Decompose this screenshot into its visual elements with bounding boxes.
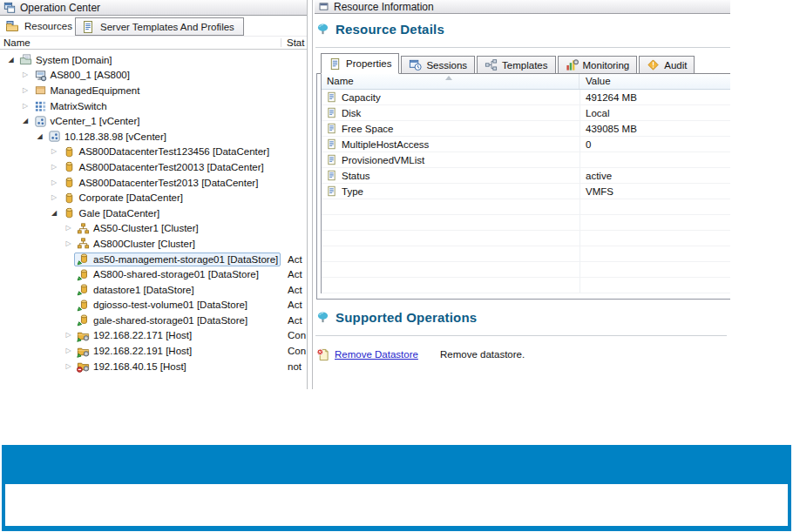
property-row-disk[interactable]: DiskLocal [322, 105, 730, 121]
tree-item-as50-cluster1-cluster[interactable]: ▷AS50-Cluster1 [Cluster] [0, 221, 307, 237]
properties-tab-icon [329, 57, 342, 71]
tree-item-managedequipment[interactable]: ▷ManagedEquipment [0, 83, 307, 98]
tree-item-dgiosso-test-volume01-datastore[interactable]: dgiosso-test-volume01 [DataStore]Act [0, 298, 307, 313]
tab-server-templates-and-profiles[interactable]: Server Templates And Profiles [75, 17, 244, 36]
window-icon [318, 1, 329, 12]
column-header-status[interactable]: Stat [287, 37, 306, 48]
empty-row [322, 231, 730, 246]
datastore-icon [77, 253, 90, 266]
property-name: Type [342, 186, 363, 197]
expander-expanded-icon[interactable]: ◢ [20, 118, 31, 125]
tree-item-corporate-datacenter[interactable]: ▷Corporate [DataCenter] [0, 190, 307, 205]
tree-item-as800-shared-storage01-datastore[interactable]: AS800-shared-storage01 [DataStore]Act [0, 266, 307, 282]
tree-item-gale-shared-storage01-datastore[interactable]: gale-shared-storage01 [DataStore]Act [0, 313, 307, 328]
expander-collapsed-icon[interactable]: ▷ [63, 240, 74, 247]
property-row-multiplehostaccess[interactable]: MultipleHostAccess0 [322, 137, 730, 152]
operations-list: Remove DatastoreRemove datastore. [316, 347, 730, 362]
tree-item-content: dgiosso-test-volume01 [DataStore] [74, 298, 250, 312]
cluster-icon [77, 237, 90, 250]
property-name-cell: Free Space [322, 121, 580, 136]
tree-item-as800cluster-cluster[interactable]: ▷AS800Cluster [Cluster] [0, 236, 307, 252]
tree-item-matrixswitch[interactable]: ▷MatrixSwitch [0, 98, 307, 114]
tree-item-datastore1-datastore[interactable]: datastore1 [DataStore]Act [0, 282, 307, 298]
tab-monitoring[interactable]: Monitoring [558, 56, 638, 74]
column-header-value[interactable]: Value [580, 74, 730, 89]
property-row-status[interactable]: Statusactive [322, 168, 730, 184]
tree-item-gale-datacenter[interactable]: ◢Gale [DataCenter] [0, 205, 307, 221]
tree-item-as50-management-storage01-datastore[interactable]: as50-management-storage01 [DataStore]Act [0, 252, 307, 267]
expander-collapsed-icon[interactable]: ▷ [49, 179, 60, 186]
tree-item-as800datacentertest123456-datacenter[interactable]: ▷AS800DatacenterTest123456 [DataCenter] [0, 145, 307, 160]
heading-text: Supported Operations [336, 310, 477, 325]
expander-expanded-icon[interactable]: ◢ [34, 133, 45, 140]
expander-collapsed-icon[interactable]: ▷ [63, 347, 74, 354]
expander-collapsed-icon[interactable]: ▷ [20, 103, 31, 110]
datastore-icon [77, 283, 90, 296]
sessions-tab-icon [409, 58, 422, 71]
tab-sessions[interactable]: Sessions [401, 56, 475, 74]
property-name: Free Space [342, 124, 393, 134]
right-panel-header: Resource Information [315, 0, 730, 14]
property-row-type[interactable]: TypeVMFS [322, 184, 730, 199]
property-row-free-space[interactable]: Free Space439085 MB [322, 121, 730, 137]
tree-item-label: 192.168.22.171 [Host] [93, 330, 192, 340]
tree-item-system-domain[interactable]: ◢System [Domain] [0, 52, 307, 68]
tree-item-label: Corporate [DataCenter] [79, 192, 184, 203]
tree-item-content: datastore1 [DataStore] [74, 283, 197, 297]
expander-collapsed-icon[interactable]: ▷ [49, 164, 60, 171]
left-panel-header: Operation Center [0, 0, 307, 16]
expander-collapsed-icon[interactable]: ▷ [49, 194, 60, 201]
tree-item-content: System [Domain] [17, 53, 115, 67]
property-name-cell: Capacity [322, 90, 580, 104]
tree-item-label: 192.168.22.191 [Host] [93, 346, 192, 356]
property-value-cell: Local [580, 108, 730, 118]
property-row-provisionedvmlist[interactable]: ProvisionedVMList [322, 152, 730, 168]
expander-collapsed-icon[interactable]: ▷ [63, 225, 74, 232]
datacenter-icon [63, 176, 76, 189]
tree-item-as800datacentertest20013-datacenter[interactable]: ▷AS800DatacenterTest20013 [DataCenter] [0, 159, 307, 175]
property-row-capacity[interactable]: Capacity491264 MB [322, 90, 730, 105]
expander-collapsed-icon[interactable]: ▷ [63, 363, 74, 370]
expander-collapsed-icon[interactable]: ▷ [20, 87, 31, 94]
expander-collapsed-icon[interactable]: ▷ [20, 71, 31, 78]
tab-audit[interactable]: Audit [639, 56, 695, 74]
tree-item-10-128-38-98-vcenter[interactable]: ◢10.128.38.98 [vCenter] [0, 129, 307, 145]
tree-item-as800-1-as800[interactable]: ▷AS800_1 [AS800] [0, 68, 307, 84]
tree-item-label: AS800DatacenterTest123456 [DataCenter] [79, 146, 270, 157]
tab-resources[interactable]: Resources [0, 17, 79, 36]
dialog-body [2, 484, 791, 526]
tab-properties[interactable]: Properties [321, 53, 399, 74]
remove-datastore-icon [316, 348, 329, 361]
tree-item-status: Con [288, 330, 307, 340]
tree-item-192-168-22-171-host[interactable]: ▷192.168.22.171 [Host]Con [0, 328, 307, 344]
tree-item-content: 192.168.22.191 [Host] [74, 344, 194, 358]
properties-table-header: Name Value [322, 74, 730, 90]
tree-item-vcenter-1-vcenter[interactable]: ◢vCenter_1 [vCenter] [0, 113, 307, 129]
tree-item-192-168-40-15-host[interactable]: ▷192.168.40.15 [Host]not [0, 359, 307, 374]
sort-ascending-icon [445, 76, 452, 80]
tree-item-label: AS800DatacenterTest20013 [DataCenter] [79, 162, 264, 172]
tab-label: Server Templates And Profiles [100, 22, 234, 32]
details-tab-bar: PropertiesSessionsTemplatesMonitoringAud… [316, 53, 730, 74]
expander-expanded-icon[interactable]: ◢ [49, 210, 60, 217]
expander-collapsed-icon[interactable]: ▷ [63, 332, 74, 339]
tree-item-192-168-22-191-host[interactable]: ▷192.168.22.191 [Host]Con [0, 343, 307, 359]
remove-datastore-link[interactable]: Remove Datastore [335, 349, 418, 360]
resource-details-heading: Resource Details [316, 22, 444, 37]
operation-center-icon [3, 2, 16, 14]
property-name: MultipleHostAccess [342, 139, 429, 150]
expander-collapsed-icon[interactable]: ▷ [49, 148, 60, 155]
tree-item-content: AS800_1 [AS800] [31, 68, 132, 82]
expander-expanded-icon[interactable]: ◢ [5, 57, 17, 64]
panel-splitter[interactable] [307, 0, 313, 389]
tree-item-content: AS50-Cluster1 [Cluster] [74, 221, 201, 235]
property-name-cell: MultipleHostAccess [322, 137, 580, 152]
column-header-name[interactable]: Name [3, 37, 30, 48]
document-icon [81, 20, 95, 34]
tree-item-label: datastore1 [DataStore] [93, 285, 194, 295]
tree-column-header: Name Stat [0, 36, 307, 50]
tree-item-content: AS800DatacenterTest20013 [DataCenter] [60, 160, 267, 174]
tab-templates[interactable]: Templates [477, 56, 555, 74]
tree-item-as800datacentertest2013-datacenter[interactable]: ▷AS800DatacenterTest2013 [DataCenter] [0, 175, 307, 191]
tree-item-label: as50-management-storage01 [DataStore] [93, 254, 278, 265]
